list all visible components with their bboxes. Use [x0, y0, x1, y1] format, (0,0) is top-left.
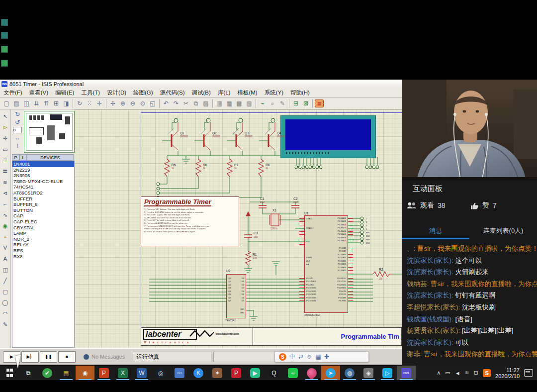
start-button[interactable]: [0, 366, 19, 380]
property-tool-icon[interactable]: ✎: [278, 99, 287, 108]
menu-template[interactable]: 模板(M): [234, 89, 261, 97]
device-item[interactable]: BUFFER: [12, 196, 74, 202]
generator-mode-icon[interactable]: ⌁: [1, 231, 10, 242]
zoom-all-icon[interactable]: ⊙: [138, 99, 147, 108]
block-delete-icon[interactable]: ▧: [245, 99, 254, 108]
save-file-icon[interactable]: ◫: [22, 99, 31, 108]
device-item[interactable]: 1N4001: [12, 161, 74, 167]
device-item[interactable]: CAP-ELEC: [12, 219, 74, 225]
subcircuit-mode-icon[interactable]: ⧈: [1, 177, 10, 188]
taskbar-app-iqiyi[interactable]: qiy: [283, 366, 302, 380]
component-ref[interactable]: C1: [260, 197, 264, 200]
arc-tool-icon[interactable]: ◠: [1, 308, 10, 319]
device-item[interactable]: RES: [12, 248, 74, 254]
component-ref[interactable]: R5: [172, 163, 176, 167]
sim-stop-button[interactable]: ■: [58, 351, 76, 363]
tab-messages[interactable]: 消息: [402, 224, 469, 238]
grid-toggle-icon[interactable]: ⁙: [85, 99, 94, 108]
cut-icon[interactable]: ✂: [181, 99, 190, 108]
menu-debug[interactable]: 调试(B): [188, 89, 214, 97]
menu-tools[interactable]: 工具(T): [78, 89, 103, 97]
rotate-angle-input[interactable]: [13, 127, 22, 133]
export-section-icon[interactable]: ⇈: [42, 99, 51, 108]
menu-source[interactable]: 源代码(S): [157, 89, 188, 97]
device-item[interactable]: BUFFER_8: [12, 201, 74, 207]
zoom-in-icon[interactable]: ⊕: [118, 99, 127, 108]
sim-step-button[interactable]: ▶▏: [21, 351, 39, 363]
chat-message-list[interactable]: 、: 曹sir，我来围观你的直播啦，为你点赞！ 沈滨家长(家长): 这个可以 沈…: [402, 243, 537, 366]
lcd-display[interactable]: [280, 115, 376, 158]
menu-library[interactable]: 库(L): [214, 89, 234, 97]
junction-mode-icon[interactable]: ✛: [1, 133, 10, 144]
device-item[interactable]: LAMP: [12, 230, 74, 236]
component-ref[interactable]: R1: [253, 253, 257, 256]
device-item[interactable]: 2N3905: [12, 173, 74, 179]
new-file-icon[interactable]: ▢: [2, 99, 11, 108]
instructions-textbox[interactable]: Programmable Timer 1) Push on SET button…: [141, 196, 239, 246]
device-item[interactable]: AT89C51RD2: [12, 190, 74, 196]
selection-mode-icon[interactable]: ↖: [1, 111, 10, 122]
component-ref[interactable]: X1: [272, 208, 276, 212]
taskbar-app-map-pin[interactable]: [302, 366, 321, 380]
device-item[interactable]: RX8: [12, 254, 74, 260]
ares-netlist-icon[interactable]: ▦: [315, 99, 324, 107]
taskbar-app-red-p[interactable]: P: [227, 366, 246, 380]
device-item[interactable]: 74HC541: [12, 184, 74, 190]
circle-tool-icon[interactable]: ◯: [1, 297, 10, 308]
component-ref[interactable]: Q2: [212, 131, 217, 135]
taskbar-app-antivirus[interactable]: ✔: [38, 366, 57, 380]
line-tool-icon[interactable]: ╱: [1, 275, 10, 286]
mirror-horizontal-icon[interactable]: ↔: [14, 134, 20, 141]
block-copy-icon[interactable]: ▥: [215, 99, 224, 108]
component-ref[interactable]: Q3: [245, 131, 249, 135]
taskbar-app-explorer[interactable]: ▤: [57, 366, 76, 380]
zoom-out-icon[interactable]: ⊖: [128, 99, 137, 108]
devices-col-l[interactable]: L: [19, 154, 27, 161]
speaker-icon[interactable]: ◄: [455, 370, 460, 376]
display-icon[interactable]: ⊡: [474, 370, 478, 376]
import-section-icon[interactable]: ⇊: [32, 99, 41, 108]
bus-mode-icon[interactable]: 〓: [1, 166, 10, 177]
taskbar-app-diamond[interactable]: ◈: [359, 366, 378, 380]
rotate-cw-icon[interactable]: ↻: [15, 111, 20, 118]
current-probe-mode-icon[interactable]: A: [1, 253, 10, 264]
taskbar-app-word[interactable]: W: [132, 366, 151, 380]
device-item[interactable]: 2N2219: [12, 167, 74, 173]
sogou-logo-icon[interactable]: S: [279, 353, 286, 361]
block-rotate-icon[interactable]: ▩: [235, 99, 244, 108]
menu-view[interactable]: 查看(V): [26, 89, 52, 97]
box-tool-icon[interactable]: ▢: [1, 286, 10, 297]
redraw-icon[interactable]: ↻: [75, 99, 84, 108]
ime-chinese-mode-icon[interactable]: 中: [289, 353, 295, 361]
origin-icon[interactable]: ✛: [95, 99, 104, 108]
component-ref[interactable]: Q4: [277, 131, 281, 135]
tape-recorder-mode-icon[interactable]: ◉: [1, 220, 10, 231]
text-script-mode-icon[interactable]: ≣: [1, 155, 10, 166]
component-ref[interactable]: U2: [226, 269, 230, 273]
devices-col-p[interactable]: P: [12, 154, 19, 161]
copy-icon[interactable]: ⧉: [191, 99, 200, 108]
schematic-canvas[interactable]: Q1 2N3905 Q2 2N3905 Q3 2N3905 Q4 2N3905 …: [75, 109, 402, 348]
taskbar-app-excel[interactable]: X: [113, 366, 132, 380]
wire-autorouter-icon[interactable]: ⌁: [258, 99, 267, 108]
virtual-instruments-mode-icon[interactable]: ◫: [1, 264, 10, 275]
task-view-button[interactable]: ⧉: [19, 366, 38, 380]
tab-mic-list[interactable]: 连麦列表(0人): [469, 224, 537, 238]
ime-toolbox-icon[interactable]: ✚: [324, 353, 329, 360]
notification-center-icon[interactable]: [524, 369, 533, 377]
component-ref[interactable]: U1: [304, 211, 308, 215]
tray-chevron-icon[interactable]: ∧: [437, 370, 441, 376]
taskbar-clock[interactable]: 11:27 2020/2/10: [495, 367, 520, 379]
paste-icon[interactable]: ▨: [201, 99, 210, 108]
device-item[interactable]: CRYSTAL: [12, 225, 74, 231]
graph-mode-icon[interactable]: ∿: [1, 209, 10, 220]
component-ref[interactable]: R2: [379, 268, 383, 271]
taskbar-app-devtool[interactable]: </>: [170, 366, 189, 380]
print-icon[interactable]: ⊞: [52, 99, 61, 108]
component-ref[interactable]: Q1: [180, 131, 184, 135]
title-bar[interactable]: ISIS 8051 Timer - ISIS Professional: [0, 80, 403, 88]
menu-help[interactable]: 帮助(H): [287, 89, 313, 97]
device-item[interactable]: NOR_2: [12, 236, 74, 242]
component-ref[interactable]: C2: [293, 197, 297, 200]
component-mode-icon[interactable]: ⊳: [1, 122, 10, 133]
